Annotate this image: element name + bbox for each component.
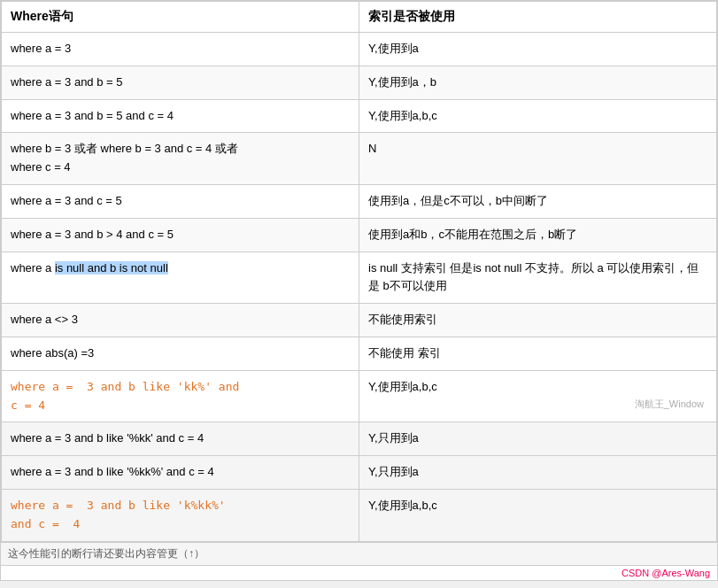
table-row: where a = 3Y,使用到a <box>2 33 717 66</box>
where-cell: where a = 3 <box>2 33 359 66</box>
orange-where-text: where a = 3 and b like 'k%kk%' and c = 4 <box>11 499 226 530</box>
table-row: where a = 3 and b = 5Y,使用到a，b <box>2 66 717 99</box>
table-row: where b = 3 或者 where b = 3 and c = 4 或者w… <box>2 133 717 185</box>
index-cell: Y,使用到a,b,c <box>359 489 717 541</box>
table-row: where a <> 3不能使用索引 <box>2 304 717 337</box>
bottom-note: 这今性能引的断行请还要出内容管更（↑） <box>1 542 717 565</box>
index-cell: 使用到a和b，c不能用在范围之后，b断了 <box>359 218 717 251</box>
table-row: where a = 3 and b like 'k%kk%' and c = 4… <box>2 489 717 541</box>
orange-where-text: where a = 3 and b like 'kk%' and c = 4 <box>11 380 239 412</box>
index-cell: is null 支持索引 但是is not null 不支持。所以 a 可以使用… <box>359 251 717 304</box>
where-cell: where b = 3 或者 where b = 3 and c = 4 或者w… <box>2 133 359 185</box>
index-cell: Y,使用到a,b,c淘航王_Window <box>359 370 717 422</box>
watermark-text: 淘航王_Window <box>368 397 707 413</box>
where-cell: where a = 3 and b > 4 and c = 5 <box>2 218 359 251</box>
where-cell: where a = 3 and b like 'k%kk%' and c = 4 <box>2 489 359 541</box>
csdn-badge: CSDN @Ares-Wang <box>1 565 717 580</box>
col-header-index: 索引是否被使用 <box>359 2 717 33</box>
table-row: where a = 3 and b = 5 and c = 4Y,使用到a,b,… <box>2 99 717 133</box>
where-cell: where a = 3 and b like 'kk%' and c = 4 <box>2 370 359 422</box>
index-cell: Y,只用到a <box>359 422 717 456</box>
where-cell: where a = 3 and b like '%kk' and c = 4 <box>2 422 359 456</box>
where-cell: where a = 3 and b = 5 <box>2 66 359 99</box>
table-row: where a = 3 and b > 4 and c = 5使用到a和b，c不… <box>2 218 717 251</box>
index-cell: 不能使用 索引 <box>359 337 717 370</box>
table-row: where a = 3 and b like 'kk%' and c = 4Y,… <box>2 370 717 422</box>
table-row: where a = 3 and c = 5使用到a，但是c不可以，b中间断了 <box>2 184 717 218</box>
where-cell: where abs(a) =3 <box>2 337 359 370</box>
table-row: where abs(a) =3不能使用 索引 <box>2 337 717 370</box>
where-cell: where a = 3 and b like '%kk%' and c = 4 <box>2 456 359 490</box>
table-row: where a is null and b is not nullis null… <box>2 251 717 304</box>
where-cell: where a <> 3 <box>2 304 359 337</box>
index-cell: Y,使用到a,b,c <box>359 99 717 133</box>
where-cell: where a is null and b is not null <box>2 251 359 304</box>
where-cell: where a = 3 and b = 5 and c = 4 <box>2 99 359 133</box>
index-cell: 不能使用索引 <box>359 304 717 337</box>
index-cell: Y,使用到a <box>359 33 717 66</box>
col-header-where: Where语句 <box>2 2 359 33</box>
main-container: Where语句 索引是否被使用 where a = 3Y,使用到awhere a… <box>0 0 718 581</box>
index-cell: 使用到a，但是c不可以，b中间断了 <box>359 184 717 218</box>
highlighted-text: is null and b is not null <box>55 261 168 275</box>
table-row: where a = 3 and b like '%kk%' and c = 4Y… <box>2 456 717 490</box>
where-cell: where a = 3 and c = 5 <box>2 184 359 218</box>
index-cell: Y,只用到a <box>359 456 717 490</box>
table-row: where a = 3 and b like '%kk' and c = 4Y,… <box>2 422 717 456</box>
index-cell: Y,使用到a，b <box>359 66 717 99</box>
index-table: Where语句 索引是否被使用 where a = 3Y,使用到awhere a… <box>1 1 717 542</box>
index-cell: N <box>359 133 717 185</box>
